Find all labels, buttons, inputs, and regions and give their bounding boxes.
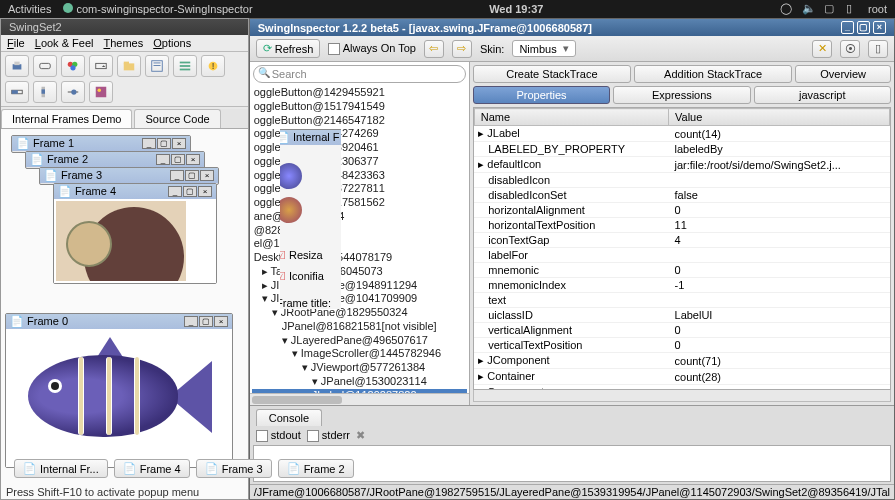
props-hscroll[interactable] — [473, 390, 891, 402]
create-stacktrace-button[interactable]: Create StackTrace — [473, 65, 631, 83]
tool-picker-icon[interactable]: ▯ — [868, 40, 888, 58]
stderr-check[interactable]: stderr — [307, 429, 350, 442]
taskbar-frame2[interactable]: 📄 Frame 2 — [278, 459, 354, 478]
properties-table[interactable]: NameValue ▸ JLabelcount(14)LABELED_BY_PR… — [473, 107, 891, 390]
accessibility-icon[interactable]: ◯ — [780, 2, 794, 16]
table-row[interactable]: disabledIconSetfalse — [474, 188, 889, 203]
menu-look-feel[interactable]: Look & Feel — [35, 37, 94, 49]
tab-properties[interactable]: Properties — [473, 86, 610, 104]
tree-node[interactable]: oggleButton@812306377 — [252, 155, 467, 169]
user-menu[interactable]: root — [868, 3, 887, 15]
addition-stacktrace-button[interactable]: Addition StackTrace — [634, 65, 792, 83]
nav-back-button[interactable]: ⇦ — [424, 40, 444, 58]
overview-button[interactable]: Overview — [795, 65, 891, 83]
volume-icon[interactable]: 🔈 — [802, 2, 816, 16]
tool-target-icon[interactable]: ⦿ — [840, 40, 860, 58]
table-row[interactable]: horizontalAlignment0 — [474, 203, 889, 218]
tool-cross-icon[interactable]: ✕ — [812, 40, 832, 58]
tb-optionpane-icon[interactable]: ! — [201, 55, 225, 77]
tree-node[interactable]: JPanel@816821581[not visible] — [252, 320, 467, 334]
search-input[interactable]: Search — [253, 65, 466, 83]
tree-node[interactable]: oggleButton@1429455921 — [252, 86, 467, 100]
table-row[interactable]: mnemonic0 — [474, 263, 889, 278]
table-row[interactable]: verticalTextPosition0 — [474, 338, 889, 353]
table-row[interactable]: labelFor — [474, 248, 889, 263]
tree-hscroll[interactable] — [250, 393, 469, 405]
col-value[interactable]: Value — [669, 109, 890, 126]
tree-node[interactable]: oggleButton@144274269 — [252, 127, 467, 141]
close-icon[interactable]: × — [873, 21, 886, 34]
nav-forward-button[interactable]: ⇨ — [452, 40, 472, 58]
component-tree[interactable]: oggleButton@1429455921oggleButton@151794… — [250, 86, 469, 393]
activities-button[interactable]: Activities — [8, 3, 51, 15]
table-row[interactable]: iconTextGap4 — [474, 233, 889, 248]
taskbar-internal[interactable]: 📄 Internal Fr... — [14, 459, 108, 478]
min-icon[interactable]: _ — [142, 138, 156, 149]
table-row[interactable]: LABELED_BY_PROPERTYlabeledBy — [474, 142, 889, 157]
tb-progress-icon[interactable] — [5, 81, 29, 103]
table-row[interactable]: ▸ JComponentcount(71) — [474, 353, 889, 369]
tree-node[interactable]: oggleButton@1317581562 — [252, 196, 467, 210]
tree-node[interactable]: ▸ JInternalFrame@1948911294 — [252, 279, 467, 293]
tb-combobox-icon[interactable] — [89, 55, 113, 77]
refresh-button[interactable]: ⟳ Refresh — [256, 39, 321, 58]
tb-list-icon[interactable] — [173, 55, 197, 77]
skin-combo[interactable]: Nimbus ▾ — [512, 40, 575, 57]
taskbar-frame3[interactable]: 📄 Frame 3 — [196, 459, 272, 478]
clock[interactable]: Wed 19:37 — [253, 3, 780, 15]
table-row[interactable]: mnemonicIndex-1 — [474, 278, 889, 293]
tree-node[interactable]: ane@2013513284 — [252, 210, 467, 224]
tb-scroll-icon[interactable] — [33, 81, 57, 103]
col-name[interactable]: Name — [474, 109, 668, 126]
table-row[interactable]: ▸ JLabelcount(14) — [474, 126, 889, 142]
table-row[interactable]: ▸ Containercount(28) — [474, 369, 889, 385]
tree-node[interactable]: ▾ JPanel@1530023114 — [252, 375, 467, 389]
tb-filechooser-icon[interactable] — [117, 55, 141, 77]
tree-node[interactable]: ▾ JViewport@577261384 — [252, 361, 467, 375]
tree-node[interactable]: oggleButton@1517941549 — [252, 100, 467, 114]
menu-options[interactable]: Options — [153, 37, 191, 49]
tree-node[interactable]: ▸ TaskBar@1936045073 — [252, 265, 467, 279]
table-row[interactable]: horizontalTextPosition11 — [474, 218, 889, 233]
tree-node[interactable]: ▾ JInternalFrame@1041709909 — [252, 292, 467, 306]
swingset-title-bar[interactable]: SwingSet2 — [1, 19, 248, 35]
tb-html-icon[interactable] — [145, 55, 169, 77]
active-app-label[interactable]: com-swinginspector-SwingInspector — [63, 3, 252, 15]
internal-frame-4[interactable]: 📄 Frame 4_▢× — [53, 183, 217, 284]
tree-node[interactable]: ▾ ImageScroller@1445782946 — [252, 347, 467, 361]
menu-file[interactable]: FFileile — [7, 37, 25, 49]
battery-icon[interactable]: ▯ — [846, 2, 860, 16]
table-row[interactable]: uiclassIDLabelUI — [474, 308, 889, 323]
tb-colorchooser-icon[interactable] — [61, 55, 85, 77]
stdout-check[interactable]: stdout — [256, 429, 301, 442]
tree-node[interactable]: oggleButton@1748423363 — [252, 169, 467, 183]
tree-node[interactable]: @828473255 — [252, 224, 467, 238]
table-row[interactable]: text — [474, 293, 889, 308]
tree-node[interactable]: oggleButton@1587227811 — [252, 182, 467, 196]
tb-slider-icon[interactable] — [61, 81, 85, 103]
close-icon[interactable]: × — [172, 138, 186, 149]
tb-print-icon[interactable] — [5, 55, 29, 77]
table-row[interactable]: disabledIcon — [474, 173, 889, 188]
tab-source-code[interactable]: Source Code — [134, 109, 220, 128]
inspector-title-bar[interactable]: SwingInspector 1.2.2 beta5 - [javax.swin… — [250, 19, 894, 36]
tb-button-icon[interactable] — [33, 55, 57, 77]
table-row[interactable]: verticalAlignment0 — [474, 323, 889, 338]
taskbar-frame4[interactable]: 📄 Frame 4 — [114, 459, 190, 478]
max-icon[interactable]: ▢ — [857, 21, 870, 34]
min-icon[interactable]: _ — [841, 21, 854, 34]
menu-themes[interactable]: Themes — [103, 37, 143, 49]
tb-image-icon[interactable] — [89, 81, 113, 103]
tree-node[interactable]: oggleButton@558920461 — [252, 141, 467, 155]
max-icon[interactable]: ▢ — [157, 138, 171, 149]
console-tab[interactable]: Console — [256, 409, 322, 426]
clear-console-icon[interactable]: ✖ — [356, 429, 365, 442]
tree-node[interactable]: ▾ JLayeredPane@496507617 — [252, 334, 467, 348]
always-on-top-check[interactable]: Always On Top — [328, 42, 416, 55]
tab-expressions[interactable]: Expressions — [613, 86, 750, 104]
tab-javascript[interactable]: javascript — [754, 86, 891, 104]
internal-frame-0[interactable]: 📄 Frame 0_▢× — [5, 313, 233, 468]
table-row[interactable]: ▸ defaultIconjar:file:/root/si/demo/Swin… — [474, 157, 889, 173]
tab-internal-frames[interactable]: Internal Frames Demo — [1, 109, 132, 128]
tree-node[interactable]: ▾ JRootPane@1829550324 — [252, 306, 467, 320]
